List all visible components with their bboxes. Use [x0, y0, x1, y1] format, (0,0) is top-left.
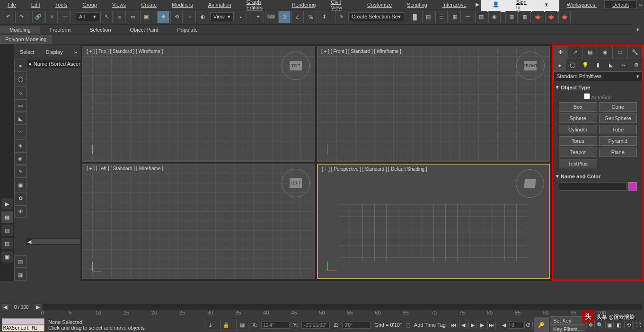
- current-frame-field[interactable]: 0: [509, 322, 523, 329]
- menu-create[interactable]: Create: [133, 1, 164, 9]
- name-color-rollout[interactable]: ▾ Name and Color: [556, 172, 640, 180]
- menu-tools[interactable]: Tools: [48, 1, 75, 9]
- isolate-icon[interactable]: 🔒: [220, 319, 232, 331]
- selection-filter-dropdown[interactable]: All▾: [76, 12, 99, 21]
- cameras-subtab[interactable]: ▮: [591, 59, 604, 71]
- timeline-ruler[interactable]: 0510152025303540455055606570758085909510…: [0, 310, 644, 315]
- toggle-ribbon-button[interactable]: ▦: [449, 11, 461, 23]
- time-slider[interactable]: [43, 304, 642, 310]
- modify-tab[interactable]: ↗: [568, 46, 583, 59]
- pyramid-button[interactable]: Pyramid: [599, 136, 637, 146]
- teapot-button[interactable]: Teapot: [559, 148, 597, 157]
- object-color-swatch[interactable]: [628, 182, 637, 191]
- key-filters-button[interactable]: Key Filters...: [550, 325, 585, 332]
- render-last-button[interactable]: 🫖: [545, 11, 557, 23]
- viewport-front[interactable]: [ + ] [ Front ] [ Standard ] [ Wireframe…: [317, 46, 550, 162]
- ribbon-tab-populate[interactable]: Populate: [168, 26, 207, 34]
- selection-lock-icon[interactable]: ▦: [236, 319, 248, 331]
- signin-button[interactable]: 👤 Sign In ▾: [481, 0, 559, 12]
- geometry-subtab[interactable]: ●: [553, 59, 566, 71]
- scene-hscroll[interactable]: ◀▶: [26, 238, 86, 245]
- menu-edit[interactable]: Edit: [24, 1, 48, 9]
- viewcube-icon[interactable]: FRONT: [516, 52, 545, 80]
- menu-file[interactable]: File: [0, 1, 24, 9]
- viewport-perspective[interactable]: [ + ] [ Perspective ] [ Standard ] [ Def…: [317, 164, 550, 279]
- create-tab[interactable]: ✚: [553, 46, 568, 59]
- schematic-view-button[interactable]: ▧: [475, 11, 487, 23]
- object-type-rollout[interactable]: ▾ Object Type: [556, 83, 640, 91]
- filter-geometry-icon[interactable]: ◯: [14, 73, 26, 85]
- angle-snap-button[interactable]: ∠: [291, 11, 304, 23]
- spinner-snap-button[interactable]: ⬍: [318, 11, 330, 23]
- viewcube-icon[interactable]: [516, 169, 544, 198]
- ref-coord-dropdown[interactable]: View▾: [210, 12, 234, 21]
- ribbon-tab-modeling[interactable]: Modeling: [0, 26, 40, 34]
- layer-explorer-button[interactable]: ☰: [435, 11, 448, 23]
- motion-tab[interactable]: ◉: [598, 46, 613, 59]
- left-expand-icon[interactable]: ▶: [1, 198, 13, 210]
- add-time-tag-button[interactable]: Add Time Tag: [414, 322, 446, 328]
- autokey-big-button[interactable]: 🔑: [534, 317, 549, 332]
- render-production-button[interactable]: 🫖: [532, 11, 544, 23]
- select-place-button[interactable]: ◐: [197, 11, 209, 23]
- undo-button[interactable]: ↶: [2, 11, 14, 23]
- display-lock-icon[interactable]: ▦: [14, 269, 26, 281]
- viewcube-icon[interactable]: LEFT: [282, 169, 310, 197]
- display-tab[interactable]: ▭: [613, 46, 628, 59]
- select-by-name-button[interactable]: ≡: [114, 11, 126, 23]
- filter-light-icon[interactable]: ▭: [14, 99, 26, 112]
- object-name-input[interactable]: [559, 182, 626, 191]
- prev-frame-button[interactable]: ◀: [459, 321, 468, 329]
- z-coord-field[interactable]: 0'0": [342, 322, 371, 329]
- ribbon-tab-selection[interactable]: Selection: [80, 26, 120, 34]
- redo-button[interactable]: ↷: [15, 11, 27, 23]
- time-prev-button[interactable]: ◀: [2, 304, 9, 310]
- menu-rendering[interactable]: Rendering: [284, 1, 324, 9]
- box-button[interactable]: Box: [559, 102, 597, 112]
- keyboard-shortcut-button[interactable]: ⌨: [265, 11, 277, 23]
- time-config-icon[interactable]: ⏱: [524, 321, 533, 329]
- utilities-tab[interactable]: 🔧: [628, 46, 643, 59]
- time-tag-icon[interactable]: ⬚: [406, 322, 410, 328]
- scene-list-header[interactable]: ● Name (Sorted Ascend: [26, 60, 86, 68]
- select-move-button[interactable]: ✥: [157, 11, 169, 23]
- pivot-center-button[interactable]: ▪: [235, 11, 247, 23]
- viewcube-icon[interactable]: TOP: [282, 52, 310, 80]
- lights-subtab[interactable]: 💡: [579, 59, 591, 71]
- primitive-category-dropdown[interactable]: Standard Primitives▾: [553, 71, 643, 81]
- filter-groups-icon[interactable]: ✿: [14, 192, 26, 204]
- ribbon-tab-object-paint[interactable]: Object Paint: [121, 26, 168, 34]
- viewport-layout4-button[interactable]: ▣: [1, 251, 13, 263]
- bind-spacewarp-button[interactable]: 〰: [59, 11, 71, 23]
- align-button[interactable]: ▤: [422, 11, 434, 23]
- menu-overflow-icon[interactable]: ▶: [474, 1, 481, 8]
- set-key-button[interactable]: Set Key: [550, 316, 585, 325]
- viewport-layout-button[interactable]: ▦: [1, 211, 13, 223]
- ribbon-tab-freeform[interactable]: Freeform: [40, 26, 80, 34]
- percent-snap-button[interactable]: %: [305, 11, 317, 23]
- menu-graph-editors[interactable]: Graph Editors: [239, 0, 284, 11]
- curve-editor-button[interactable]: 〜: [462, 11, 474, 23]
- menu-animation[interactable]: Animation: [201, 1, 239, 9]
- viewport-label[interactable]: [ + ] [ Front ] [ Standard ] [ Wireframe…: [321, 49, 401, 54]
- filter-helper-icon[interactable]: 〰: [14, 126, 26, 138]
- maxscript-listener[interactable]: MAXScript Mi: [2, 325, 44, 332]
- ribbon-polygon-modeling[interactable]: Polygon Modeling: [0, 35, 52, 44]
- helpers-subtab[interactable]: ◣: [604, 59, 617, 71]
- render-setup-button[interactable]: ▥: [505, 11, 518, 23]
- goto-end-button[interactable]: ⏭: [487, 321, 496, 329]
- select-rotate-button[interactable]: ⟲: [170, 11, 183, 23]
- window-crossing-button[interactable]: ▣: [140, 11, 152, 23]
- spacewarps-subtab[interactable]: 〰: [617, 59, 630, 71]
- shapes-subtab[interactable]: ◯: [566, 59, 579, 71]
- filter-frozen-icon[interactable]: ▣: [14, 179, 26, 191]
- key-mode-icon[interactable]: ◀: [500, 321, 508, 329]
- menu-views[interactable]: Views: [105, 1, 133, 9]
- torus-button[interactable]: Torus: [559, 136, 597, 146]
- ribbon-collapse-icon[interactable]: ▾: [632, 24, 644, 36]
- goto-start-button[interactable]: ⏮: [450, 321, 458, 329]
- plane-button[interactable]: Plane: [599, 148, 637, 157]
- edit-named-sel-button[interactable]: ✎: [335, 11, 347, 23]
- viewport-label[interactable]: [ + ] [ Perspective ] [ Standard ] [ Def…: [322, 166, 427, 172]
- select-scale-button[interactable]: ▫: [184, 11, 196, 23]
